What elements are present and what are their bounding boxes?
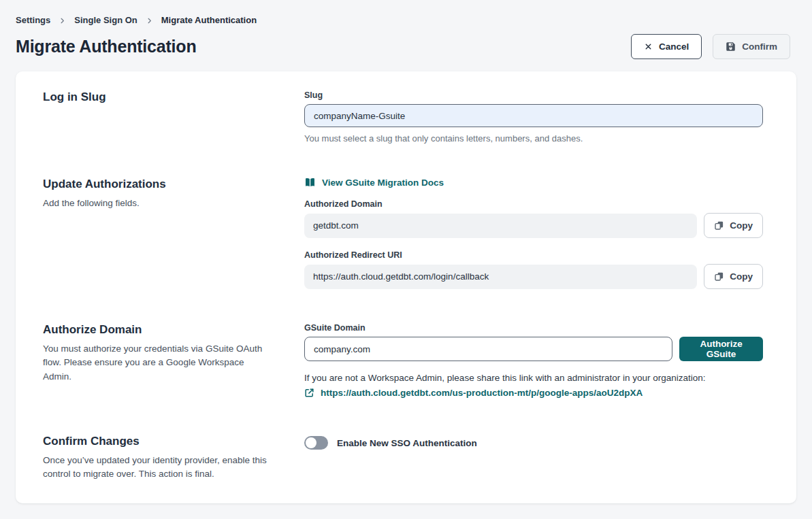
view-gsuite-migration-docs-link[interactable]: View GSuite Migration Docs	[304, 178, 444, 188]
migrate-authentication-page: Settings Single Sign On Migrate Authenti…	[0, 0, 812, 519]
confirm-button[interactable]: Confirm	[713, 34, 790, 59]
authorized-domain-block: Authorized Domain Copy	[304, 199, 763, 238]
gsuite-domain-label: GSuite Domain	[304, 323, 763, 333]
x-close-icon	[644, 42, 653, 51]
enable-sso-toggle[interactable]	[304, 436, 328, 450]
section-subtext: Once you’ve updated your identity provid…	[43, 454, 267, 482]
gsuite-domain-input[interactable]	[304, 337, 672, 361]
settings-card: Log in Slug Slug You must select a slug …	[16, 71, 796, 503]
sso-toggle-label: Enable New SSO Authentication	[337, 438, 477, 448]
section-authorize-domain-right: GSuite Domain Authorize GSuite If you ar…	[304, 323, 763, 401]
docs-link-label: View GSuite Migration Docs	[322, 178, 444, 188]
section-subtext: Add the following fields.	[43, 197, 267, 210]
open-book-icon	[304, 178, 316, 188]
authorized-domain-row: Copy	[304, 213, 763, 238]
authorized-redirect-uri-row: Copy	[304, 264, 763, 289]
breadcrumb-settings[interactable]: Settings	[16, 15, 50, 25]
section-confirm-changes-right: Enable New SSO Authentication	[304, 435, 763, 482]
confirm-button-label: Confirm	[742, 41, 777, 52]
section-authorize-domain: Authorize Domain You must authorize your…	[43, 323, 763, 401]
cancel-button-label: Cancel	[659, 41, 689, 52]
share-link-url: https://auth.cloud.getdbt.com/us-product…	[321, 388, 643, 398]
authorized-redirect-uri-block: Authorized Redirect URI Copy	[304, 250, 763, 289]
authorized-domain-field[interactable]	[304, 214, 697, 238]
section-login-slug: Log in Slug Slug You must select a slug …	[43, 90, 763, 144]
admin-share-link[interactable]: https://auth.cloud.getdbt.com/us-product…	[304, 388, 643, 398]
gsuite-domain-row: Authorize GSuite	[304, 337, 763, 361]
copy-authorized-domain-button[interactable]: Copy	[704, 213, 763, 238]
title-row: Migrate Authentication Cancel Confirm	[16, 34, 790, 59]
copy-button-label: Copy	[730, 271, 753, 282]
authorize-gsuite-button[interactable]: Authorize GSuite	[679, 337, 763, 361]
toggle-knob	[306, 437, 316, 448]
page-title: Migrate Authentication	[16, 37, 197, 56]
header-actions: Cancel Confirm	[631, 34, 790, 59]
section-update-authorizations: Update Authorizations Add the following …	[43, 178, 763, 289]
authorized-domain-label: Authorized Domain	[304, 199, 763, 209]
workspace-admin-note: If you are not a Workspace Admin, please…	[304, 373, 763, 383]
section-update-authorizations-left: Update Authorizations Add the following …	[43, 178, 304, 289]
chevron-right-icon	[146, 17, 153, 24]
section-authorize-domain-left: Authorize Domain You must authorize your…	[43, 323, 304, 401]
copy-redirect-uri-button[interactable]: Copy	[704, 264, 763, 289]
copy-button-label: Copy	[730, 220, 753, 231]
copy-icon	[714, 220, 724, 231]
sso-toggle-row: Enable New SSO Authentication	[304, 436, 763, 450]
cancel-button[interactable]: Cancel	[631, 34, 702, 59]
breadcrumb-single-sign-on[interactable]: Single Sign On	[74, 15, 137, 25]
chevron-right-icon	[59, 17, 66, 24]
breadcrumb-migrate-authentication: Migrate Authentication	[161, 15, 257, 25]
section-heading: Confirm Changes	[43, 435, 288, 448]
section-subtext: You must authorize your credentials via …	[43, 342, 267, 384]
authorized-redirect-uri-label: Authorized Redirect URI	[304, 250, 763, 260]
section-heading: Update Authorizations	[43, 178, 288, 191]
section-heading: Log in Slug	[43, 90, 288, 104]
slug-input[interactable]	[304, 104, 763, 127]
section-confirm-changes: Confirm Changes Once you’ve updated your…	[43, 435, 763, 482]
slug-label: Slug	[304, 90, 763, 100]
section-update-authorizations-right: View GSuite Migration Docs Authorized Do…	[304, 178, 763, 289]
copy-icon	[714, 271, 724, 282]
authorized-redirect-uri-field[interactable]	[304, 265, 697, 289]
section-heading: Authorize Domain	[43, 323, 288, 337]
section-login-slug-right: Slug You must select a slug that only co…	[304, 90, 763, 144]
page-header: Settings Single Sign On Migrate Authenti…	[0, 0, 812, 71]
slug-helper-text: You must select a slug that only contain…	[304, 133, 763, 144]
section-login-slug-left: Log in Slug	[43, 90, 304, 144]
section-confirm-changes-left: Confirm Changes Once you’ve updated your…	[43, 435, 304, 482]
breadcrumb: Settings Single Sign On Migrate Authenti…	[16, 15, 790, 25]
external-link-icon	[304, 388, 314, 398]
floppy-save-icon	[726, 41, 736, 52]
